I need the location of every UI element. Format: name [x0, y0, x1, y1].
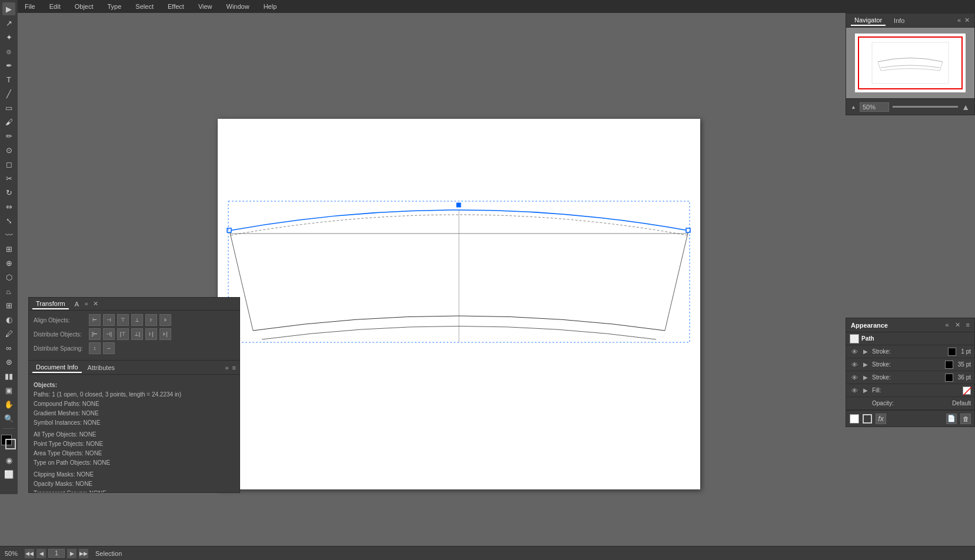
menu-object[interactable]: Object — [72, 2, 96, 11]
fill-expand-btn[interactable]: ▶ — [861, 386, 870, 395]
line-tool[interactable]: ╱ — [2, 87, 15, 100]
lasso-tool[interactable]: ⌾ — [2, 45, 15, 58]
align-right-btn[interactable]: ⊤ — [117, 314, 129, 326]
tab-document-info[interactable]: Document Info — [32, 362, 82, 373]
zoom-tool[interactable]: 🔍 — [2, 412, 15, 425]
magic-wand-tool[interactable]: ✦ — [2, 31, 15, 44]
dist-right-btn[interactable]: |⊤ — [117, 328, 129, 340]
align-top-btn[interactable]: ⊥ — [131, 314, 143, 326]
stroke1-color-swatch[interactable] — [948, 348, 956, 356]
page-number-input[interactable] — [48, 549, 65, 558]
blend-tool[interactable]: ∞ — [2, 341, 15, 354]
navigator-close-btn[interactable]: ✕ — [964, 16, 970, 24]
nav-first-btn[interactable]: ◀◀ — [25, 549, 34, 558]
warp-tool[interactable]: 〰 — [2, 228, 15, 241]
live-paint-tool[interactable]: ⬡ — [2, 271, 15, 284]
menu-view[interactable]: View — [196, 2, 215, 11]
eraser-tool[interactable]: ◻ — [2, 158, 15, 171]
stroke2-visibility-btn[interactable]: 👁 — [850, 360, 859, 369]
stroke3-color-swatch[interactable] — [945, 374, 953, 382]
stroke2-value[interactable]: 35 pt — [958, 361, 971, 368]
reflect-tool[interactable]: ⇔ — [2, 200, 15, 213]
pen-tool[interactable]: ✒ — [2, 59, 15, 72]
fill-visibility-btn[interactable]: 👁 — [850, 386, 859, 395]
tab-a[interactable]: A — [71, 299, 82, 309]
tab-navigator[interactable]: Navigator — [851, 15, 886, 26]
zoom-mountain-large: ▲ — [961, 102, 970, 112]
doc-info-menu-btn[interactable]: ≡ — [232, 364, 236, 371]
menu-help[interactable]: Help — [261, 2, 279, 11]
free-transform-tool[interactable]: ⊞ — [2, 242, 15, 255]
menu-select[interactable]: Select — [133, 2, 156, 11]
eyedropper-tool[interactable]: 🖊 — [2, 327, 15, 340]
fill-color-swatch[interactable] — [963, 386, 971, 395]
symbol-sprayer-tool[interactable]: ⊛ — [2, 355, 15, 368]
menu-type[interactable]: Type — [105, 2, 124, 11]
hand-tool[interactable]: ✋ — [2, 398, 15, 411]
rotate-tool[interactable]: ↻ — [2, 186, 15, 199]
align-center-v-btn[interactable]: ⊦ — [145, 314, 157, 326]
menu-effect[interactable]: Effect — [165, 2, 187, 11]
rectangle-tool[interactable]: ▭ — [2, 101, 15, 114]
zoom-slider[interactable] — [893, 106, 958, 108]
gradient-tool[interactable]: ◐ — [2, 313, 15, 326]
scissors-tool[interactable]: ✂ — [2, 172, 15, 185]
stroke-color[interactable] — [5, 439, 16, 449]
new-item-btn[interactable]: 📄 — [946, 414, 957, 424]
tab-info[interactable]: Info — [890, 16, 908, 25]
stroke1-expand-btn[interactable]: ▶ — [861, 348, 870, 356]
fx-button[interactable]: fx — [876, 414, 886, 424]
dist-bottom-btn[interactable]: ⊧| — [159, 328, 171, 340]
screen-mode[interactable]: ⬜ — [2, 468, 15, 481]
footer-fill-swatch[interactable] — [850, 414, 859, 424]
panel-close-btn[interactable]: ✕ — [93, 300, 98, 308]
vert-space-btn[interactable]: ↕ — [89, 342, 101, 354]
nav-last-btn[interactable]: ▶▶ — [79, 549, 88, 558]
menu-edit[interactable]: Edit — [47, 2, 63, 11]
navigator-collapse-btn[interactable]: « — [957, 16, 961, 24]
stroke1-visibility-btn[interactable]: 👁 — [850, 347, 859, 356]
panel-collapse-btn[interactable]: « — [85, 301, 88, 307]
stroke3-visibility-btn[interactable]: 👁 — [850, 373, 859, 382]
tab-attributes[interactable]: Attributes — [84, 363, 118, 372]
menu-window[interactable]: Window — [224, 2, 252, 11]
nav-prev-btn[interactable]: ◀ — [36, 549, 46, 558]
menu-file[interactable]: File — [22, 2, 38, 11]
opacity-value[interactable]: Default — [952, 400, 971, 406]
shape-builder-tool[interactable]: ⊕ — [2, 256, 15, 269]
stroke1-value[interactable]: 1 pt — [961, 348, 971, 355]
align-center-h-btn[interactable]: ⊣ — [103, 314, 115, 326]
doc-info-expand-btn[interactable]: » — [225, 364, 228, 371]
appearance-close-btn[interactable]: ✕ — [955, 321, 960, 329]
zoom-input[interactable] — [860, 102, 889, 112]
stroke3-expand-btn[interactable]: ▶ — [861, 374, 870, 382]
appearance-collapse-btn[interactable]: « — [945, 321, 949, 329]
dist-top-btn[interactable]: ⊥| — [131, 328, 143, 340]
selection-tool[interactable]: ▶ — [2, 2, 15, 15]
delete-item-btn[interactable]: 🗑 — [960, 414, 971, 424]
pencil-tool[interactable]: ✏ — [2, 129, 15, 142]
tab-transform[interactable]: Transform — [32, 299, 69, 309]
column-graph-tool[interactable]: ▮▮ — [2, 369, 15, 382]
scale-tool[interactable]: ⤡ — [2, 214, 15, 227]
type-tool[interactable]: T — [2, 73, 15, 86]
stroke2-expand-btn[interactable]: ▶ — [861, 361, 870, 369]
nav-next-btn[interactable]: ▶ — [67, 549, 76, 558]
blob-brush-tool[interactable]: ⊙ — [2, 144, 15, 156]
paintbrush-tool[interactable]: 🖌 — [2, 115, 15, 128]
artboard-tool[interactable]: ▣ — [2, 384, 15, 396]
mesh-tool[interactable]: ⊞ — [2, 299, 15, 312]
stroke3-value[interactable]: 36 pt — [958, 374, 971, 381]
dist-center-v-btn[interactable]: ⊦| — [145, 328, 157, 340]
color-mode[interactable]: ◉ — [2, 454, 15, 466]
appearance-menu-btn[interactable]: ≡ — [966, 321, 970, 329]
dist-left-btn[interactable]: |⊢ — [89, 328, 101, 340]
align-bottom-btn[interactable]: ⊧ — [159, 314, 171, 326]
perspective-grid-tool[interactable]: ⏢ — [2, 285, 15, 298]
stroke2-color-swatch[interactable] — [945, 361, 953, 369]
horiz-space-btn[interactable]: ↔ — [103, 342, 115, 354]
align-left-btn[interactable]: ⊢ — [89, 314, 101, 326]
footer-stroke-swatch[interactable] — [863, 414, 872, 424]
dist-center-h-btn[interactable]: ⊣| — [103, 328, 115, 340]
direct-selection-tool[interactable]: ↗ — [2, 16, 15, 29]
